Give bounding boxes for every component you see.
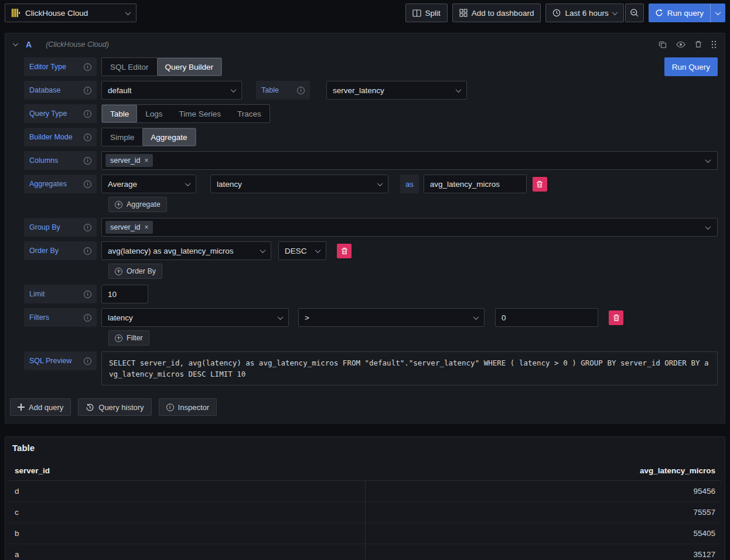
chevron-down-icon (473, 314, 479, 320)
query-type-timeseries-option[interactable]: Time Series (171, 105, 230, 122)
info-icon[interactable] (84, 157, 91, 165)
plus-circle-icon (115, 334, 122, 342)
builder-mode-toggle: Simple Aggregate (101, 128, 196, 146)
query-type-row: Query Type Table Logs Time Series Traces (24, 104, 718, 123)
selected-group-by-tag[interactable]: server_id × (105, 221, 153, 234)
chevron-down-icon (278, 314, 284, 320)
hide-response-button[interactable] (676, 41, 685, 48)
collapse-chevron-icon[interactable] (13, 40, 19, 46)
trash-icon (613, 314, 620, 322)
columns-multiselect[interactable]: server_id × (101, 151, 718, 170)
zoom-out-icon (630, 8, 639, 18)
remove-tag-icon[interactable]: × (144, 224, 148, 231)
sql-preview-text: SELECT server_id, avg(latency) as avg_la… (101, 351, 718, 385)
run-query-panel-button[interactable]: Run Query (664, 57, 718, 76)
info-icon[interactable] (84, 357, 91, 365)
info-icon[interactable] (297, 87, 305, 94)
field-label: Table (261, 86, 279, 94)
table-header-row: server_id avg_latency_micros (9, 461, 721, 481)
field-label: Query Type (29, 110, 67, 118)
column-header-server-id[interactable]: server_id (9, 461, 365, 480)
selected-column-tag[interactable]: server_id × (105, 154, 153, 167)
info-icon[interactable] (84, 180, 91, 188)
order-direction-select[interactable]: DESC (278, 241, 326, 260)
add-query-button[interactable]: Add query (10, 398, 71, 416)
chevron-down-icon (612, 9, 618, 15)
plus-icon (18, 404, 25, 411)
filter-column-select[interactable]: latency (101, 308, 289, 327)
query-type-table-option[interactable]: Table (102, 105, 137, 122)
field-label: Editor Type (29, 63, 66, 71)
column-header-avg-latency-micros[interactable]: avg_latency_micros (365, 461, 721, 480)
query-row-actions (659, 40, 717, 49)
remove-aggregate-button[interactable] (533, 177, 547, 192)
aggregate-column-select[interactable]: latency (210, 175, 388, 193)
aggregate-function-select[interactable]: Average (101, 175, 196, 193)
info-icon[interactable] (84, 134, 91, 141)
filter-operator-select[interactable]: > (298, 308, 485, 327)
datasource-picker[interactable]: ClickHouse Cloud (5, 4, 137, 22)
order-by-select[interactable]: avg(latency) as avg_latency_micros (101, 241, 271, 260)
info-icon[interactable] (84, 247, 91, 255)
remove-order-by-button[interactable] (337, 244, 352, 258)
time-range-label: Last 6 hours (565, 9, 608, 18)
run-query-button[interactable]: Run query (649, 4, 710, 22)
query-builder-form: Editor Type SQL Editor Query Builder Run… (5, 55, 725, 385)
add-filter-button[interactable]: Filter (108, 330, 149, 346)
sql-preview-label: SQL Preview (24, 351, 97, 370)
apps-grid-icon (459, 9, 468, 17)
time-range-picker[interactable]: Last 6 hours (545, 4, 623, 22)
zoom-out-button[interactable] (625, 4, 644, 22)
copy-icon (659, 40, 667, 49)
info-icon[interactable] (84, 87, 91, 94)
info-icon[interactable] (84, 291, 91, 298)
as-label: as (400, 175, 419, 193)
selected-function: Average (108, 180, 137, 189)
columns-label: Columns (24, 151, 97, 170)
remove-filter-button[interactable] (609, 310, 623, 325)
remove-tag-icon[interactable]: × (144, 157, 148, 164)
inspector-button[interactable]: Inspector (159, 398, 217, 416)
query-editor-footer: Add query Query history Inspector (5, 390, 725, 423)
table-select[interactable]: server_latency (326, 81, 467, 100)
aggregate-alias-input[interactable] (424, 175, 527, 193)
info-icon[interactable] (84, 224, 91, 231)
database-select[interactable]: default (101, 81, 242, 100)
filter-value-input[interactable] (495, 308, 598, 327)
add-to-dashboard-button[interactable]: Add to dashboard (452, 4, 541, 22)
query-builder-option[interactable]: Query Builder (157, 58, 222, 76)
drag-query-handle[interactable] (711, 40, 717, 49)
table-row: c 75557 (9, 502, 721, 523)
button-label: Query history (98, 403, 144, 412)
table-panel: Table server_id avg_latency_micros d 954… (5, 436, 725, 560)
info-icon[interactable] (84, 314, 91, 322)
builder-mode-simple-option[interactable]: Simple (102, 128, 142, 146)
split-button[interactable]: Split (405, 4, 448, 22)
history-icon (86, 403, 94, 412)
info-icon[interactable] (84, 110, 91, 118)
builder-mode-aggregate-option[interactable]: Aggregate (142, 128, 195, 146)
info-icon[interactable] (84, 63, 91, 71)
limit-label: Limit (24, 285, 97, 303)
field-label: SQL Preview (29, 357, 71, 365)
duplicate-query-button[interactable] (659, 40, 667, 49)
filters-label: Filters (24, 308, 97, 327)
add-filter-row: Filter (108, 330, 718, 346)
add-order-by-button[interactable]: Order By (108, 264, 162, 279)
sql-editor-option[interactable]: SQL Editor (102, 58, 157, 76)
limit-input[interactable] (101, 285, 148, 303)
add-aggregate-button[interactable]: Aggregate (108, 197, 167, 212)
chevron-down-icon (377, 180, 383, 186)
explore-toolbar: ClickHouse Cloud Split Add to dashboard … (0, 0, 730, 26)
clickhouse-logo-icon (11, 8, 21, 18)
query-type-traces-option[interactable]: Traces (229, 105, 270, 122)
database-label: Database (24, 81, 97, 100)
eye-icon (676, 41, 685, 48)
sql-preview-row: SQL Preview SELECT server_id, avg(latenc… (24, 351, 718, 385)
group-by-multiselect[interactable]: server_id × (101, 218, 718, 237)
remove-query-button[interactable] (695, 40, 702, 48)
query-history-button[interactable]: Query history (78, 398, 151, 416)
run-query-label: Run query (667, 9, 704, 18)
run-query-dropdown[interactable] (710, 4, 725, 22)
query-type-logs-option[interactable]: Logs (137, 105, 170, 122)
